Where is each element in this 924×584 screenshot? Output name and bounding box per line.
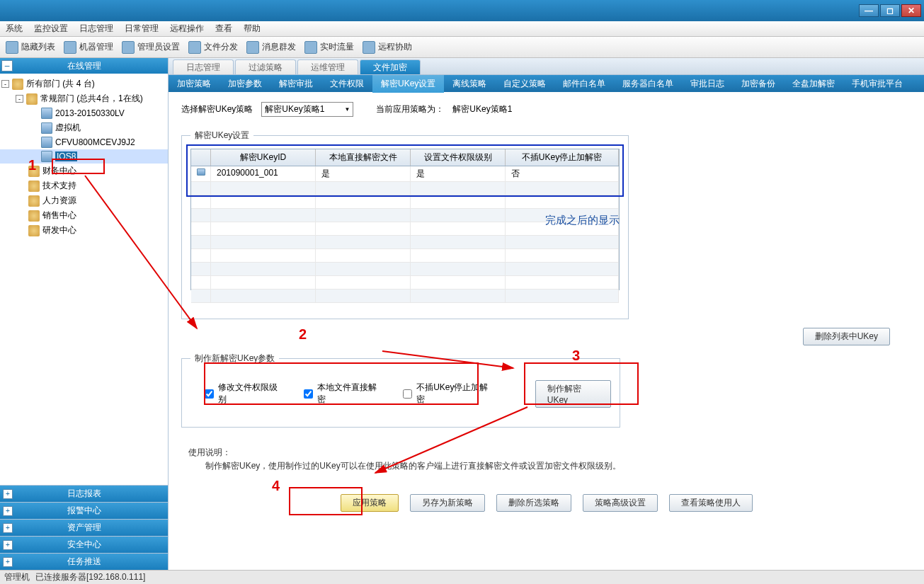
tb-msg[interactable]: 消息群发: [246, 41, 296, 54]
maximize-button[interactable]: ◻: [880, 4, 900, 17]
grid-col: 解密UKeyID: [211, 149, 316, 166]
tree-machine[interactable]: 2013-20150330LV: [0, 106, 168, 120]
sidebar-header: – 在线管理: [0, 58, 168, 74]
cell: 201090001_001: [211, 166, 316, 181]
subtab-active[interactable]: 解密UKey设置: [372, 75, 444, 93]
pc-icon: [41, 137, 52, 148]
subtab[interactable]: 加密参数: [219, 75, 270, 93]
subtab[interactable]: 离线策略: [444, 75, 495, 93]
checkbox[interactable]: [205, 389, 214, 399]
tree-machine[interactable]: 虚拟机: [0, 120, 168, 135]
usage-text: 制作解密UKey，使用制作过的UKey可以在使用此策略的客户端上进行直接解密文件…: [188, 459, 904, 473]
cell: 否: [506, 166, 619, 181]
tb-hide-list[interactable]: 隐藏列表: [6, 41, 55, 54]
menu-daily[interactable]: 日常管理: [125, 23, 159, 35]
menu-help[interactable]: 帮助: [244, 23, 261, 35]
subtab[interactable]: 自定义策略: [495, 75, 554, 93]
tab-ops[interactable]: 运维管理: [297, 59, 358, 74]
grid-row-empty: [191, 249, 619, 263]
panel-asset[interactable]: +资产管理: [0, 519, 168, 536]
checkbox[interactable]: [403, 389, 412, 399]
side-panels: +日志报表 +报警中心 +资产管理 +安全中心 +任务推送: [0, 485, 168, 570]
subtab[interactable]: 文件权限: [321, 75, 372, 93]
tb-admin[interactable]: 管理员设置: [122, 41, 180, 54]
toggle-icon[interactable]: -: [16, 95, 23, 103]
tree-dept-item[interactable]: 人力资源: [0, 193, 168, 208]
cell: 是: [316, 166, 411, 181]
usage-section: 使用说明： 制作解密UKey，使用制作过的UKey可以在使用此策略的客户端上进行…: [181, 442, 911, 477]
apply-policy-button[interactable]: 应用策略: [341, 494, 399, 512]
plus-icon: +: [3, 489, 13, 499]
row-icon: [191, 166, 211, 181]
subtab[interactable]: 邮件白名单: [554, 75, 614, 93]
bottom-buttons: 应用策略 另存为新策略 删除所选策略 策略高级设置 查看策略使用人: [181, 494, 911, 512]
toggle-icon[interactable]: -: [1, 80, 9, 88]
titlebar: — ◻ ✕: [0, 0, 924, 21]
collapse-button[interactable]: –: [1, 60, 13, 71]
chk-modify-level[interactable]: 修改文件权限级别: [205, 382, 283, 406]
menu-remote[interactable]: 远程操作: [170, 23, 204, 35]
statusbar: 管理机 已连接服务器[192.168.0.111]: [0, 570, 924, 584]
menu-view[interactable]: 查看: [215, 23, 232, 35]
tab-log[interactable]: 日志管理: [173, 59, 234, 74]
view-users-button[interactable]: 查看策略使用人: [669, 494, 753, 512]
file-icon: [188, 41, 201, 54]
subtab[interactable]: 解密审批: [270, 75, 321, 93]
tb-filedist[interactable]: 文件分发: [188, 41, 238, 54]
policy-select-label: 选择解密UKey策略: [181, 103, 253, 115]
policy-combo[interactable]: 解密UKey策略1: [261, 102, 353, 117]
tree-root[interactable]: -所有部门 (共 4 台): [0, 76, 168, 91]
tree-dept-item[interactable]: 技术支持: [0, 178, 168, 193]
make-ukey-button[interactable]: 制作解密UKey: [535, 380, 611, 408]
dept-icon: [28, 210, 40, 222]
panel-logreport[interactable]: +日志报表: [0, 485, 168, 502]
subtab[interactable]: 手机审批平台: [843, 75, 911, 93]
grid-row-empty: [191, 195, 619, 209]
status-left: 管理机: [4, 571, 30, 583]
content: 日志管理 过滤策略 运维管理 文件加密 加密策略 加密参数 解密审批 文件权限 …: [169, 58, 924, 570]
tree-dept-item[interactable]: 研发中心: [0, 223, 168, 238]
tab-filter[interactable]: 过滤策略: [235, 59, 296, 74]
minimize-button[interactable]: —: [859, 4, 879, 17]
subtab[interactable]: 全盘加解密: [784, 75, 843, 93]
checkbox[interactable]: [304, 389, 313, 399]
menu-system[interactable]: 系统: [6, 23, 23, 35]
tree-dept-item[interactable]: 财务中心: [0, 164, 168, 178]
tabs-lower: 加密策略 加密参数 解密审批 文件权限 解密UKey设置 离线策略 自定义策略 …: [169, 75, 924, 92]
subtab[interactable]: 加密策略: [169, 75, 219, 93]
grid-row-empty: [191, 276, 619, 290]
delete-ukey-button[interactable]: 删除列表中UKey: [803, 328, 890, 345]
policy-advanced-button[interactable]: 策略高级设置: [583, 494, 658, 512]
grid-col: 设置文件权限级别: [411, 149, 506, 166]
tb-traffic[interactable]: 实时流量: [304, 41, 354, 54]
saveas-policy-button[interactable]: 另存为新策略: [410, 494, 485, 512]
panel-security[interactable]: +安全中心: [0, 536, 168, 553]
panel-task[interactable]: +任务推送: [0, 553, 168, 570]
menu-monitor[interactable]: 监控设置: [34, 23, 68, 35]
sidebar: – 在线管理 -所有部门 (共 4 台) -常规部门 (总共4台，1在线) 20…: [0, 58, 169, 570]
menu-log[interactable]: 日志管理: [79, 23, 113, 35]
close-button[interactable]: ✕: [901, 4, 921, 17]
tabs-upper: 日志管理 过滤策略 运维管理 文件加密: [169, 58, 924, 75]
subtab[interactable]: 服务器白名单: [614, 75, 682, 93]
grid-row[interactable]: 201090001_001 是 是 否: [191, 166, 619, 182]
tb-remote-help[interactable]: 远程协助: [363, 41, 412, 54]
chk-stop-no-ukey[interactable]: 不插UKey停止加解密: [403, 382, 493, 406]
tb-machine[interactable]: 机器管理: [64, 41, 113, 54]
plus-icon: +: [3, 557, 13, 567]
subtab[interactable]: 加密备份: [733, 75, 784, 93]
tab-encrypt[interactable]: 文件加密: [360, 59, 421, 74]
tree-machine-selected[interactable]: IOS8: [0, 149, 168, 164]
fieldset-legend: 解密UKey设置: [190, 130, 253, 142]
tree-dept-item[interactable]: 销售中心: [0, 208, 168, 223]
tree-machine[interactable]: CFVU800MCEVJ9J2: [0, 135, 168, 149]
chk-local-decrypt[interactable]: 本地文件直接解密: [304, 382, 382, 406]
hide-icon: [6, 41, 18, 54]
subtab[interactable]: 审批日志: [682, 75, 733, 93]
admin-icon: [122, 41, 135, 54]
plus-icon: +: [3, 506, 13, 516]
delete-policy-button[interactable]: 删除所选策略: [496, 494, 571, 512]
tree-dept[interactable]: -常规部门 (总共4台，1在线): [0, 91, 168, 106]
cell: 是: [411, 166, 506, 181]
panel-alarm[interactable]: +报警中心: [0, 502, 168, 519]
